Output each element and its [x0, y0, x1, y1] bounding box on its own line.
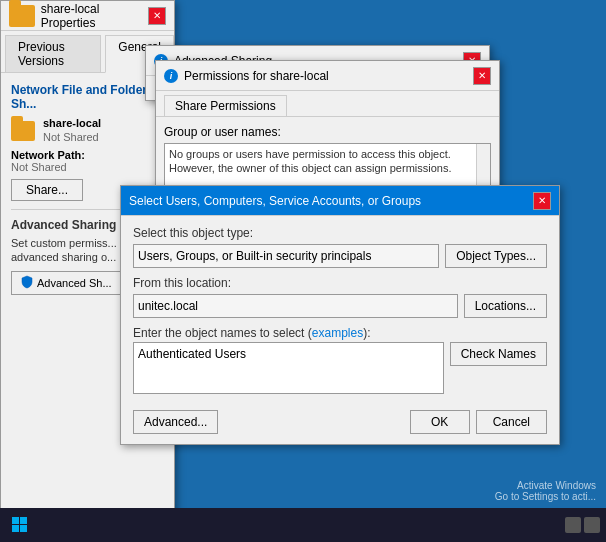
share-permissions-tab[interactable]: Share Permissions: [164, 95, 287, 116]
share-button[interactable]: Share...: [11, 179, 83, 201]
object-types-button[interactable]: Object Types...: [445, 244, 547, 268]
start-button[interactable]: [0, 508, 40, 542]
tray-icon-1[interactable]: [565, 517, 581, 533]
share-status: Not Shared: [43, 131, 101, 143]
permissions-title-text: Permissions for share-local: [184, 69, 329, 83]
properties-title: share-local Properties: [9, 2, 148, 30]
location-label: From this location:: [133, 276, 547, 290]
permissions-tab-bar: Share Permissions: [156, 91, 499, 117]
select-users-dialog: Select Users, Computers, Service Account…: [120, 185, 560, 445]
tray-icons: [565, 517, 600, 533]
perm-title-controls: ✕: [473, 67, 491, 85]
su-cancel-button[interactable]: Cancel: [476, 410, 547, 434]
taskbar-right: [565, 517, 606, 533]
select-users-title-text: Select Users, Computers, Service Account…: [129, 194, 421, 208]
advanced-sharing-button[interactable]: Advanced Sh...: [11, 271, 121, 295]
share-info: share-local Not Shared: [43, 117, 101, 145]
activate-line2: Go to Settings to acti...: [495, 491, 596, 502]
location-row: Locations...: [133, 294, 547, 318]
names-row: Authenticated Users Check Names: [133, 342, 547, 402]
select-users-content: Select this object type: Object Types...…: [121, 216, 559, 444]
check-names-button[interactable]: Check Names: [450, 342, 547, 366]
perm-close-button[interactable]: ✕: [473, 67, 491, 85]
perm-info-icon: i: [164, 69, 178, 83]
title-controls: ✕: [148, 7, 166, 25]
su-title-controls: ✕: [533, 192, 551, 210]
shield-icon: [20, 275, 34, 291]
properties-title-text: share-local Properties: [41, 2, 148, 30]
examples-link[interactable]: examples: [312, 326, 363, 340]
names-label: Enter the object names to select (exampl…: [133, 326, 547, 340]
activate-line1: Activate Windows: [495, 480, 596, 491]
permissions-titlebar: i Permissions for share-local ✕: [156, 61, 499, 91]
svg-rect-2: [12, 525, 19, 532]
locations-button[interactable]: Locations...: [464, 294, 547, 318]
svg-rect-0: [12, 517, 19, 524]
svg-rect-3: [20, 525, 27, 532]
permissions-message-line1: No groups or users have permission to ac…: [169, 148, 486, 160]
object-type-label: Select this object type:: [133, 226, 547, 240]
svg-rect-1: [20, 517, 27, 524]
select-users-bottom: Advanced... OK Cancel: [133, 410, 547, 434]
su-ok-button[interactable]: OK: [410, 410, 470, 434]
names-label-text: Enter the object names to select: [133, 326, 304, 340]
share-folder-icon: [11, 121, 35, 141]
tab-previous-versions[interactable]: Previous Versions: [5, 35, 101, 72]
properties-titlebar: share-local Properties ✕: [1, 1, 174, 31]
select-users-titlebar: Select Users, Computers, Service Account…: [121, 186, 559, 216]
object-type-input[interactable]: [133, 244, 439, 268]
folder-icon: [9, 5, 35, 27]
advanced-button[interactable]: Advanced...: [133, 410, 218, 434]
advanced-sharing-btn-label: Advanced Sh...: [37, 277, 112, 289]
network-path-value: Not Shared: [11, 161, 164, 173]
close-button[interactable]: ✕: [148, 7, 166, 25]
ok-cancel-row: OK Cancel: [410, 410, 547, 434]
taskbar: [0, 508, 606, 542]
su-close-button[interactable]: ✕: [533, 192, 551, 210]
tray-icon-2[interactable]: [584, 517, 600, 533]
share-name: share-local: [43, 117, 101, 129]
object-type-row: Object Types...: [133, 244, 547, 268]
permissions-message-line2: However, the owner of this object can as…: [169, 162, 486, 174]
activation-watermark: Activate Windows Go to Settings to acti.…: [495, 480, 596, 502]
windows-logo-icon: [12, 517, 28, 533]
location-input[interactable]: [133, 294, 458, 318]
network-path-label: Network Path:: [11, 149, 164, 161]
names-value: Authenticated Users: [138, 347, 246, 361]
group-user-names-label: Group or user names:: [164, 125, 491, 139]
network-section-heading: Network File and Folder Sh...: [11, 83, 164, 111]
names-input-box[interactable]: Authenticated Users: [133, 342, 444, 394]
select-users-title: Select Users, Computers, Service Account…: [129, 194, 421, 208]
permissions-title: i Permissions for share-local: [164, 69, 329, 83]
